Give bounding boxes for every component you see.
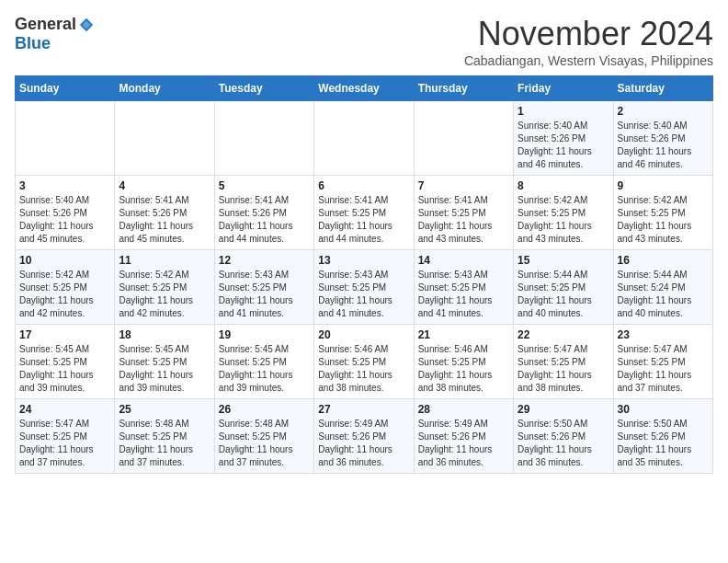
day-info: Sunrise: 5:43 AM Sunset: 5:25 PM Dayligh… [418,269,509,320]
calendar-cell: 11Sunrise: 5:42 AM Sunset: 5:25 PM Dayli… [115,250,214,325]
header-saturday: Saturday [613,76,712,101]
day-number: 19 [219,328,310,341]
calendar-cell: 13Sunrise: 5:43 AM Sunset: 5:25 PM Dayli… [314,250,414,325]
day-number: 21 [418,328,509,341]
day-info: Sunrise: 5:46 AM Sunset: 5:25 PM Dayligh… [418,343,509,395]
calendar-cell [115,101,214,176]
day-number: 6 [318,179,409,192]
calendar-week-4: 17Sunrise: 5:45 AM Sunset: 5:25 PM Dayli… [16,325,713,399]
calendar-cell: 4Sunrise: 5:41 AM Sunset: 5:26 PM Daylig… [115,176,214,250]
day-info: Sunrise: 5:41 AM Sunset: 5:26 PM Dayligh… [219,194,310,246]
header-monday: Monday [115,76,214,101]
day-info: Sunrise: 5:47 AM Sunset: 5:25 PM Dayligh… [518,343,609,395]
day-info: Sunrise: 5:44 AM Sunset: 5:24 PM Dayligh… [618,269,709,320]
calendar-cell: 6Sunrise: 5:41 AM Sunset: 5:25 PM Daylig… [314,176,414,250]
calendar-cell: 10Sunrise: 5:42 AM Sunset: 5:25 PM Dayli… [16,250,115,325]
header-friday: Friday [514,76,613,101]
calendar-week-2: 3Sunrise: 5:40 AM Sunset: 5:26 PM Daylig… [16,176,713,250]
calendar-week-5: 24Sunrise: 5:47 AM Sunset: 5:25 PM Dayli… [16,399,713,474]
day-number: 25 [119,403,210,416]
day-number: 17 [19,328,110,341]
day-info: Sunrise: 5:47 AM Sunset: 5:25 PM Dayligh… [618,343,709,395]
day-info: Sunrise: 5:48 AM Sunset: 5:25 PM Dayligh… [219,418,310,469]
header-thursday: Thursday [414,76,513,101]
calendar-cell: 30Sunrise: 5:50 AM Sunset: 5:26 PM Dayli… [613,399,712,474]
calendar-cell: 24Sunrise: 5:47 AM Sunset: 5:25 PM Dayli… [16,399,115,474]
day-info: Sunrise: 5:41 AM Sunset: 5:25 PM Dayligh… [318,194,409,246]
day-info: Sunrise: 5:43 AM Sunset: 5:25 PM Dayligh… [318,269,409,320]
day-info: Sunrise: 5:40 AM Sunset: 5:26 PM Dayligh… [618,120,709,171]
calendar-cell: 5Sunrise: 5:41 AM Sunset: 5:26 PM Daylig… [214,176,313,250]
day-number: 16 [618,254,709,267]
calendar-week-1: 1Sunrise: 5:40 AM Sunset: 5:26 PM Daylig… [16,101,713,176]
header-sunday: Sunday [16,76,115,101]
day-info: Sunrise: 5:45 AM Sunset: 5:25 PM Dayligh… [119,343,210,395]
calendar-cell: 3Sunrise: 5:40 AM Sunset: 5:26 PM Daylig… [16,176,115,250]
calendar-cell: 16Sunrise: 5:44 AM Sunset: 5:24 PM Dayli… [613,250,712,325]
calendar-cell: 19Sunrise: 5:45 AM Sunset: 5:25 PM Dayli… [214,325,313,399]
day-number: 2 [618,105,709,118]
day-info: Sunrise: 5:42 AM Sunset: 5:25 PM Dayligh… [518,194,609,246]
calendar-cell [314,101,414,176]
calendar-cell: 2Sunrise: 5:40 AM Sunset: 5:26 PM Daylig… [613,101,712,176]
day-info: Sunrise: 5:41 AM Sunset: 5:26 PM Dayligh… [119,194,210,246]
day-info: Sunrise: 5:45 AM Sunset: 5:25 PM Dayligh… [19,343,110,395]
day-info: Sunrise: 5:41 AM Sunset: 5:25 PM Dayligh… [418,194,509,246]
logo: General Blue [15,15,95,53]
logo-icon [78,17,95,33]
day-number: 23 [618,328,709,341]
day-number: 13 [318,254,409,267]
calendar-cell: 17Sunrise: 5:45 AM Sunset: 5:25 PM Dayli… [16,325,115,399]
title-section: November 2024 Cabadiangan, Western Visay… [464,15,713,68]
calendar-cell: 22Sunrise: 5:47 AM Sunset: 5:25 PM Dayli… [514,325,613,399]
day-number: 15 [518,254,609,267]
calendar-cell: 8Sunrise: 5:42 AM Sunset: 5:25 PM Daylig… [514,176,613,250]
day-number: 3 [19,179,110,192]
calendar-cell: 28Sunrise: 5:49 AM Sunset: 5:26 PM Dayli… [414,399,513,474]
calendar-cell [214,101,313,176]
calendar-cell: 21Sunrise: 5:46 AM Sunset: 5:25 PM Dayli… [414,325,513,399]
calendar-cell: 9Sunrise: 5:42 AM Sunset: 5:25 PM Daylig… [613,176,712,250]
day-number: 8 [518,179,609,192]
day-number: 18 [119,328,210,341]
day-info: Sunrise: 5:44 AM Sunset: 5:25 PM Dayligh… [518,269,609,320]
day-info: Sunrise: 5:40 AM Sunset: 5:26 PM Dayligh… [19,194,110,246]
day-info: Sunrise: 5:50 AM Sunset: 5:26 PM Dayligh… [518,418,609,469]
calendar-cell: 1Sunrise: 5:40 AM Sunset: 5:26 PM Daylig… [514,101,613,176]
logo-general-text: General [15,15,76,34]
calendar-week-3: 10Sunrise: 5:42 AM Sunset: 5:25 PM Dayli… [16,250,713,325]
day-info: Sunrise: 5:48 AM Sunset: 5:25 PM Dayligh… [119,418,210,469]
day-number: 30 [618,403,709,416]
day-number: 14 [418,254,509,267]
header-tuesday: Tuesday [214,76,313,101]
calendar-cell [414,101,513,176]
logo-blue-text: Blue [15,34,51,52]
day-number: 24 [19,403,110,416]
calendar-cell: 29Sunrise: 5:50 AM Sunset: 5:26 PM Dayli… [514,399,613,474]
day-info: Sunrise: 5:42 AM Sunset: 5:25 PM Dayligh… [119,269,210,320]
day-info: Sunrise: 5:42 AM Sunset: 5:25 PM Dayligh… [618,194,709,246]
day-number: 9 [618,179,709,192]
day-number: 11 [119,254,210,267]
day-number: 1 [518,105,609,118]
calendar-cell: 23Sunrise: 5:47 AM Sunset: 5:25 PM Dayli… [613,325,712,399]
day-info: Sunrise: 5:42 AM Sunset: 5:25 PM Dayligh… [19,269,110,320]
day-info: Sunrise: 5:50 AM Sunset: 5:26 PM Dayligh… [618,418,709,469]
day-info: Sunrise: 5:43 AM Sunset: 5:25 PM Dayligh… [219,269,310,320]
day-info: Sunrise: 5:47 AM Sunset: 5:25 PM Dayligh… [19,418,110,469]
calendar-header-row: SundayMondayTuesdayWednesdayThursdayFrid… [16,76,713,101]
day-number: 28 [418,403,509,416]
day-info: Sunrise: 5:49 AM Sunset: 5:26 PM Dayligh… [418,418,509,469]
day-number: 22 [518,328,609,341]
calendar-table: SundayMondayTuesdayWednesdayThursdayFrid… [15,75,713,474]
calendar-cell: 15Sunrise: 5:44 AM Sunset: 5:25 PM Dayli… [514,250,613,325]
day-info: Sunrise: 5:45 AM Sunset: 5:25 PM Dayligh… [219,343,310,395]
calendar-cell: 7Sunrise: 5:41 AM Sunset: 5:25 PM Daylig… [414,176,513,250]
day-number: 4 [119,179,210,192]
day-number: 7 [418,179,509,192]
calendar-cell: 20Sunrise: 5:46 AM Sunset: 5:25 PM Dayli… [314,325,414,399]
day-info: Sunrise: 5:46 AM Sunset: 5:25 PM Dayligh… [318,343,409,395]
calendar-cell: 26Sunrise: 5:48 AM Sunset: 5:25 PM Dayli… [214,399,313,474]
calendar-cell [16,101,115,176]
day-number: 29 [518,403,609,416]
